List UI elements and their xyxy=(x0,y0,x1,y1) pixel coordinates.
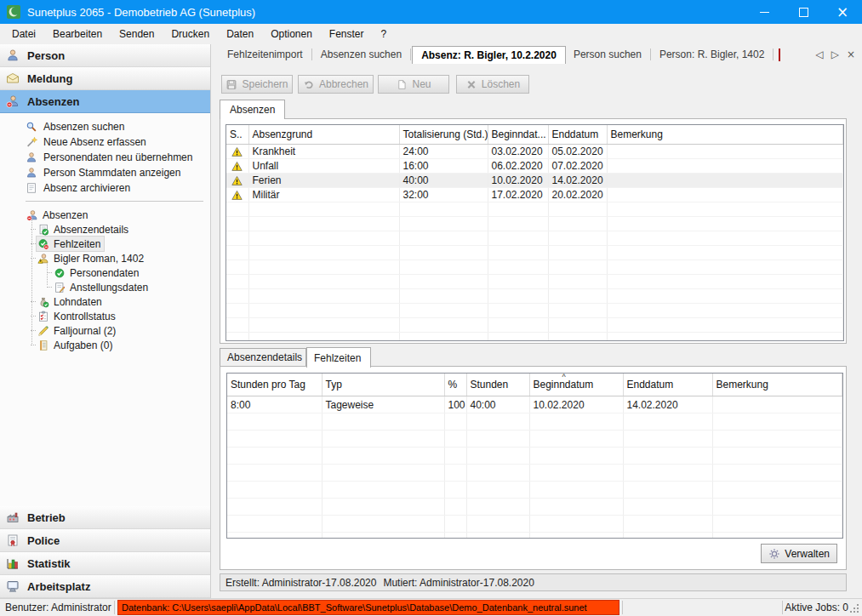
empty-row xyxy=(226,260,843,275)
col-typ[interactable]: Typ xyxy=(322,374,444,396)
empty-row xyxy=(227,499,842,516)
action-neue-absenz[interactable]: Neue Absenz erfassen xyxy=(0,134,210,150)
check-icon xyxy=(54,267,66,279)
tab-fehlzeiten[interactable]: Fehlzeiten xyxy=(306,347,371,368)
tab-insert-marker xyxy=(779,48,780,61)
tab-separator xyxy=(773,48,774,60)
tab-absenzen[interactable]: Absenzen xyxy=(220,100,285,119)
sidebar-section-statistik[interactable]: Statistik xyxy=(0,552,210,575)
absence-row-unfall[interactable]: Unfall16:00 06.02.202007.02.2020 xyxy=(226,159,843,174)
menu-senden[interactable]: Senden xyxy=(111,25,163,43)
maximize-button[interactable] xyxy=(784,0,823,24)
menu-datei[interactable]: Datei xyxy=(3,25,44,43)
section-label: Person xyxy=(27,49,65,62)
statusbar-separator xyxy=(782,601,783,614)
col-stunden-pro-tag[interactable]: Stunden pro Tag xyxy=(227,374,322,396)
action-personendaten-uebernehmen[interactable]: Personendaten neu übernehmen xyxy=(0,150,210,165)
action-label: Personendaten neu übernehmen xyxy=(43,151,192,163)
fehlzeiten-table: Stunden pro Tag Typ % Stunden ^Beginndat… xyxy=(226,373,843,539)
tree-label: Bigler Roman, 1402 xyxy=(54,253,144,265)
button-label: Abbrechen xyxy=(319,78,368,90)
empty-row xyxy=(226,304,843,318)
button-label: Verwalten xyxy=(785,548,830,560)
wand-icon xyxy=(26,136,37,148)
tab-absenzendetails[interactable]: Absenzendetails xyxy=(220,348,306,367)
verwalten-button[interactable]: Verwalten xyxy=(761,544,837,563)
close-button[interactable]: × xyxy=(823,0,862,24)
col-beginndatum[interactable]: ^Beginndatum xyxy=(529,374,623,396)
col-absenzgrund[interactable]: Absenzgrund xyxy=(248,125,399,145)
close-icon: × xyxy=(836,5,848,20)
doc-tab-fehlzeitenimport[interactable]: Fehlzeitenimport xyxy=(220,46,311,63)
col-totalisierung[interactable]: Totalisierung (Std.) xyxy=(399,125,488,145)
tab-scroll-left-icon[interactable]: ◁ xyxy=(815,48,823,60)
doc-tab-absenzen-suchen[interactable]: Absenzen suchen xyxy=(313,46,409,63)
section-label: Betrieb xyxy=(27,511,66,524)
tree-label: Personendaten xyxy=(70,267,139,279)
sidebar: Person Meldung Absenzen Absenzen suchen … xyxy=(0,44,211,598)
action-stammdaten-anzeigen[interactable]: Person Stammdaten anzeigen xyxy=(0,165,210,180)
search-icon xyxy=(26,121,37,133)
menu-fenster[interactable]: Fenster xyxy=(321,25,373,43)
resize-grip[interactable] xyxy=(850,611,852,613)
speichern-button[interactable]: Speichern xyxy=(221,75,293,94)
menu-help[interactable]: ? xyxy=(373,25,396,43)
section-label: Arbeitsplatz xyxy=(27,580,90,593)
fehlzeit-row[interactable]: 8:00Tageweise 10040:00 10.02.202014.02.2… xyxy=(227,396,842,414)
action-absenzen-suchen[interactable]: Absenzen suchen xyxy=(0,119,210,134)
menu-daten[interactable]: Daten xyxy=(218,25,262,43)
sidebar-section-police[interactable]: Police xyxy=(0,529,210,552)
maximize-icon xyxy=(799,8,808,17)
empty-row xyxy=(226,318,843,333)
minimize-button[interactable] xyxy=(745,0,784,24)
sidebar-section-meldung[interactable]: Meldung xyxy=(0,67,210,90)
section-label: Meldung xyxy=(27,72,72,85)
action-absenz-archivieren[interactable]: Absenz archivieren xyxy=(0,180,210,196)
section-label: Statistik xyxy=(27,557,71,570)
company-icon xyxy=(6,510,20,524)
tab-close-icon[interactable]: × xyxy=(847,48,855,60)
absence-row-militaer[interactable]: Militär32:00 17.02.202020.02.2020 xyxy=(226,188,843,202)
tab-separator xyxy=(410,48,411,60)
col-beginndatum[interactable]: Beginndat... xyxy=(488,125,548,145)
tree-label: Falljournal (2) xyxy=(54,325,116,337)
col-enddatum[interactable]: Enddatum xyxy=(623,374,712,396)
tab-scroll-right-icon[interactable]: ▷ xyxy=(831,48,839,60)
abbrechen-button[interactable]: Abbrechen xyxy=(298,75,374,94)
button-label: Löschen xyxy=(482,78,520,90)
save-icon xyxy=(225,79,237,90)
sidebar-section-person[interactable]: Person xyxy=(0,44,210,67)
col-enddatum[interactable]: Enddatum xyxy=(548,125,607,145)
absence-actions: Absenzen suchen Neue Absenz erfassen Per… xyxy=(0,113,210,197)
sidebar-section-arbeitsplatz[interactable]: Arbeitsplatz xyxy=(0,575,210,598)
warning-icon xyxy=(231,190,243,201)
doc-tab-person-suchen[interactable]: Person suchen xyxy=(566,46,649,63)
col-bemerkung[interactable]: Bemerkung xyxy=(712,374,842,396)
loeschen-button[interactable]: Löschen xyxy=(456,75,529,94)
neu-button[interactable]: Neu xyxy=(378,75,449,94)
tree-label: Anstellungsdaten xyxy=(70,282,148,294)
action-label: Neue Absenz erfassen xyxy=(43,136,146,148)
bar-chart-icon xyxy=(6,556,20,570)
empty-row xyxy=(226,202,843,217)
doc-tab-person-bigler[interactable]: Person: R. Bigler, 1402 xyxy=(652,46,772,63)
sidebar-section-betrieb[interactable]: Betrieb xyxy=(0,506,210,529)
doc-tab-absenz-bigler[interactable]: Absenz: R. Bigler, 10.2.2020 xyxy=(412,46,566,64)
journal-pencil-icon xyxy=(37,325,49,337)
empty-row xyxy=(226,217,843,231)
col-status[interactable]: S.. xyxy=(226,125,248,145)
menu-bearbeiten[interactable]: Bearbeiten xyxy=(44,25,111,43)
empty-row xyxy=(226,246,843,260)
menu-drucken[interactable]: Drucken xyxy=(163,25,218,43)
col-stunden[interactable]: Stunden xyxy=(466,374,529,396)
application-window: Sunetplus 2065 - Demobetrieb AG (Sunetpl… xyxy=(0,0,862,616)
col-prozent[interactable]: % xyxy=(444,374,466,396)
absence-row-ferien[interactable]: Ferien40:00 10.02.202014.02.2020 xyxy=(226,174,843,188)
absence-row-krankheit[interactable]: Krankheit24:00 03.02.202005.02.2020 xyxy=(226,145,843,159)
menu-optionen[interactable]: Optionen xyxy=(262,25,321,43)
clipboard-check-icon xyxy=(37,311,49,322)
col-bemerkung[interactable]: Bemerkung xyxy=(607,125,843,145)
sidebar-section-absenzen[interactable]: Absenzen xyxy=(0,90,210,113)
erstellt-text: Erstellt: Administrator-17.08.2020 xyxy=(225,577,376,589)
tree-item-absenzen[interactable]: Absenzen xyxy=(0,208,210,222)
